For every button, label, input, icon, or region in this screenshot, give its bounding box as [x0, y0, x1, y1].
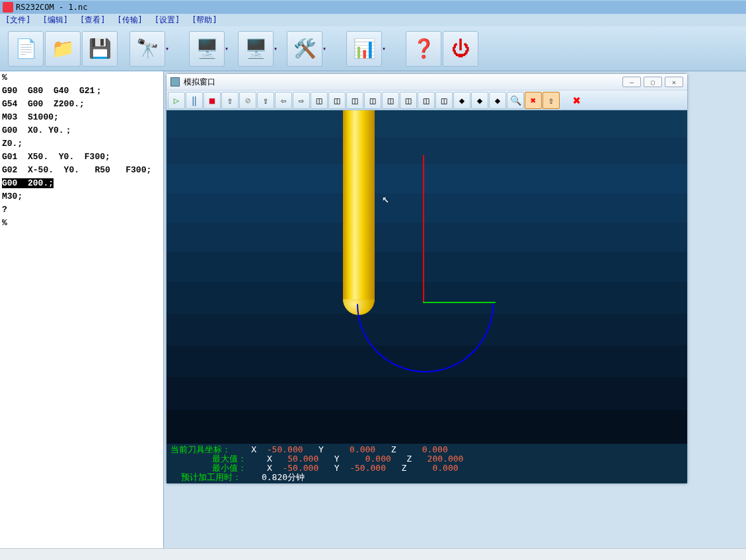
simulation-pane: 模拟窗口 — ▢ ✕ ▷ ‖ ■ ⇧ ⊘ ⇪ ⇦ ⇨ ◫ ◫ ◫ [164, 71, 746, 548]
no-icon: ⊘ [245, 95, 250, 106]
title-bar: RS232COM - 1.nc [0, 0, 746, 14]
minimize-button[interactable]: — [622, 77, 641, 87]
menu-help[interactable]: [帮助] [192, 15, 217, 26]
code-line: G02 X-50. Y0. R50 F300; [2, 166, 161, 175]
code-line: M03 S1000; [2, 113, 161, 122]
cube6-icon: ◫ [406, 95, 411, 106]
sim-stop-button[interactable]: ■ [204, 92, 221, 109]
min-y: -50.000 [350, 463, 386, 473]
config-button[interactable]: 🛠️ [287, 31, 322, 67]
gcode-editor[interactable]: % G90 G80 G40 G21； G54 G00 Z200.; M03 S1… [0, 71, 164, 548]
cube8-icon: ◫ [441, 95, 447, 106]
next-icon: ⇨ [299, 95, 304, 106]
cube7-icon: ◫ [424, 95, 429, 106]
send-pc-icon: 🖥️ [196, 38, 219, 59]
simulation-canvas[interactable]: ↖ [167, 110, 687, 444]
menu-view[interactable]: [查看] [80, 15, 105, 26]
power-icon: ⏻ [451, 38, 470, 59]
sim-shape2-button[interactable]: ◆ [471, 92, 488, 109]
send-button[interactable]: 🖥️ [189, 31, 225, 67]
main-toolbar: 📄 📁 💾 🔭 ▾ 🖥️ ▾ 🖥️ ▾ 🛠️ ▾ 📊 ▾ ❓ ⏻ [0, 26, 746, 71]
code-line: G01 X50. Y0. F300; [2, 153, 161, 162]
sim-shape3-button[interactable]: ◆ [489, 92, 506, 109]
power-button[interactable]: ⏻ [443, 31, 478, 67]
status-max-label: 最大值： [212, 454, 246, 464]
sim-view1-button[interactable]: ◫ [311, 92, 328, 109]
menu-file[interactable]: [文件] [5, 15, 30, 26]
tool2-icon: ⇪ [263, 95, 268, 106]
code-line: G00 X0. Y0.； [2, 126, 161, 135]
menu-transfer[interactable]: [传输] [117, 15, 142, 26]
time-value: 0.820分钟 [262, 472, 305, 482]
send-dropdown-icon[interactable]: ▾ [225, 45, 233, 52]
open-button[interactable]: 📁 [45, 31, 81, 67]
receive-dropdown-icon[interactable]: ▾ [274, 45, 281, 52]
sim-view4-button[interactable]: ◫ [364, 92, 381, 109]
sim-view8-button[interactable]: ◫ [435, 92, 453, 109]
max-x: 50.000 [287, 454, 318, 464]
help-button[interactable]: ❓ [406, 31, 441, 67]
shape1-icon: ◆ [459, 95, 465, 106]
sim-prev-button[interactable]: ⇦ [275, 92, 292, 109]
close-button[interactable]: ✕ [665, 77, 683, 87]
sim-view6-button[interactable]: ◫ [400, 92, 417, 109]
code-line: ? [2, 205, 161, 215]
tool-icon: ⇧ [227, 95, 233, 106]
sim-pause-button[interactable]: ‖ [186, 92, 203, 109]
simulation-status: 当前刀具坐标： X -50.000 Y 0.000 Z 0.000 最大值： X… [167, 444, 687, 483]
sim-view7-button[interactable]: ◫ [418, 92, 435, 109]
find-button[interactable]: 🔭 [130, 31, 165, 67]
sim-next-button[interactable]: ⇨ [293, 92, 310, 109]
plot-dropdown-icon[interactable]: ▾ [382, 45, 390, 52]
max-y: 0.000 [365, 454, 391, 464]
simulation-window: 模拟窗口 — ▢ ✕ ▷ ‖ ■ ⇧ ⊘ ⇪ ⇦ ⇨ ◫ ◫ ◫ [166, 73, 688, 484]
save-button[interactable]: 💾 [82, 31, 118, 67]
sim-shape1-button[interactable]: ◆ [453, 92, 470, 109]
shape3-icon: ◆ [495, 95, 500, 106]
sim-view3-button[interactable]: ◫ [346, 92, 363, 109]
sim-view2-button[interactable]: ◫ [328, 92, 346, 109]
code-line: % [2, 73, 161, 83]
sim-tool-set-button[interactable]: ⇧ [542, 92, 560, 109]
receive-button[interactable]: 🖥️ [238, 31, 274, 67]
max-z: 200.000 [428, 454, 464, 464]
simulation-title: 模拟窗口 [184, 77, 215, 88]
cube5-icon: ◫ [388, 95, 393, 106]
cube2-icon: ◫ [334, 95, 340, 106]
z-axis-line [423, 155, 424, 303]
feed-path-g01 [423, 302, 496, 303]
zoom-icon: 🔍 [510, 95, 521, 106]
maximize-button[interactable]: ▢ [644, 77, 662, 87]
sim-close-x-button[interactable]: ✖ [568, 92, 585, 109]
status-time-label: 预计加工用时： [181, 472, 241, 482]
new-file-button[interactable]: 📄 [8, 31, 44, 67]
new-file-icon: 📄 [15, 38, 38, 59]
simulation-toolbar: ▷ ‖ ■ ⇧ ⊘ ⇪ ⇦ ⇨ ◫ ◫ ◫ ◫ ◫ ◫ ◫ ◫ ◆ ◆ ◆ 🔍 [167, 90, 687, 110]
config-dropdown-icon[interactable]: ▾ [322, 45, 330, 52]
config-icon: 🛠️ [293, 38, 317, 59]
sim-delete-path-button[interactable]: ✖ [525, 92, 542, 109]
find-dropdown-icon[interactable]: ▾ [165, 45, 173, 52]
sim-disable-button[interactable]: ⊘ [239, 92, 256, 109]
close-x-icon: ✖ [573, 92, 581, 108]
code-line-highlighted: G00 200.; [2, 179, 161, 188]
menu-edit[interactable]: [编辑] [42, 15, 67, 26]
cube1-icon: ◫ [317, 95, 322, 106]
sim-view5-button[interactable]: ◫ [382, 92, 399, 109]
plot-button[interactable]: 📊 [346, 31, 382, 67]
sim-tool2-button[interactable]: ⇪ [257, 92, 274, 109]
mouse-cursor-icon: ↖ [382, 192, 389, 205]
cube4-icon: ◫ [370, 95, 375, 106]
sim-window-icon [170, 77, 180, 87]
delete-toolpath-icon: ✖ [531, 95, 536, 106]
sim-tool-button[interactable]: ⇧ [221, 92, 239, 109]
sim-zoom-button[interactable]: 🔍 [507, 92, 524, 109]
depth-gradient [167, 110, 687, 444]
play-icon: ▷ [174, 95, 179, 106]
sim-play-button[interactable]: ▷ [168, 92, 185, 109]
code-line: Z0.; [2, 139, 161, 149]
status-min-label: 最小值： [212, 463, 246, 473]
current-y: 0.000 [350, 444, 375, 454]
save-icon: 💾 [89, 38, 112, 59]
menu-settings[interactable]: [设置] [155, 15, 180, 26]
